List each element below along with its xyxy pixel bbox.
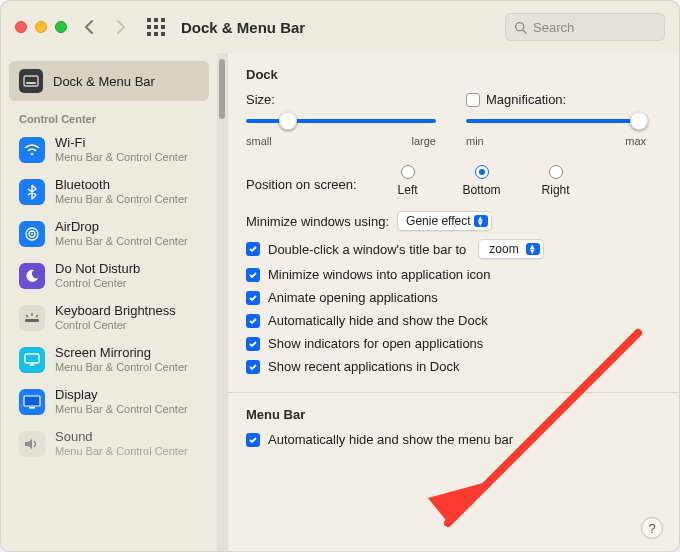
preferences-window: Dock & Menu Bar Search Dock & Menu Bar C… <box>0 0 680 552</box>
show-indicators-checkbox[interactable] <box>246 337 260 351</box>
svg-rect-11 <box>25 319 39 322</box>
keyboard-brightness-icon <box>19 305 45 331</box>
chevron-updown-icon: ▴▾ <box>528 244 538 255</box>
screen-mirroring-icon <box>19 347 45 373</box>
dock-size-slider[interactable] <box>246 111 436 131</box>
search-icon <box>514 21 527 34</box>
svg-point-7 <box>31 233 33 235</box>
sidebar-scrollbar[interactable] <box>217 53 227 551</box>
size-label: Size: <box>246 92 275 107</box>
position-right[interactable]: Right <box>533 165 579 197</box>
back-button[interactable] <box>79 17 99 37</box>
zoom-button[interactable] <box>55 21 67 33</box>
dock-icon <box>19 69 43 93</box>
display-icon <box>19 389 45 415</box>
svg-point-4 <box>31 153 34 156</box>
autohide-dock-checkbox[interactable] <box>246 314 260 328</box>
sidebar-item-display[interactable]: DisplayMenu Bar & Control Center <box>9 381 209 423</box>
position-left[interactable]: Left <box>385 165 431 197</box>
position-label: Position on screen: <box>246 177 357 192</box>
sidebar-item-wifi[interactable]: Wi-FiMenu Bar & Control Center <box>9 129 209 171</box>
show-all-icon[interactable] <box>147 18 165 36</box>
sidebar-item-dock-menu-bar[interactable]: Dock & Menu Bar <box>9 61 209 101</box>
svg-line-9 <box>26 315 28 317</box>
magnification-checkbox[interactable] <box>466 93 480 107</box>
animate-opening-checkbox[interactable] <box>246 291 260 305</box>
svg-rect-14 <box>29 407 35 409</box>
moon-icon <box>19 263 45 289</box>
search-placeholder: Search <box>533 20 574 35</box>
minimize-effect-select[interactable]: Genie effect ▴▾ <box>397 211 492 231</box>
content-pane: Dock Size: smalllarge Magnification <box>227 53 679 551</box>
search-field[interactable]: Search <box>505 13 665 41</box>
sidebar-section-header: Control Center <box>9 101 209 129</box>
magnification-slider[interactable] <box>466 111 646 131</box>
sidebar[interactable]: Dock & Menu Bar Control Center Wi-FiMenu… <box>1 53 217 551</box>
forward-button[interactable] <box>111 17 131 37</box>
toolbar: Dock & Menu Bar Search <box>1 1 679 53</box>
sound-icon <box>19 431 45 457</box>
menu-bar-section: Menu Bar Automatically hide and show the… <box>228 393 679 487</box>
chevron-updown-icon: ▴▾ <box>476 216 486 227</box>
menu-bar-title: Menu Bar <box>246 407 661 422</box>
bluetooth-icon <box>19 179 45 205</box>
airdrop-icon <box>19 221 45 247</box>
svg-rect-12 <box>25 354 39 363</box>
sidebar-item-label: Dock & Menu Bar <box>53 74 155 89</box>
window-controls <box>15 21 67 33</box>
sidebar-item-sound[interactable]: SoundMenu Bar & Control Center <box>9 423 209 465</box>
wifi-icon <box>19 137 45 163</box>
svg-rect-3 <box>26 82 36 84</box>
svg-rect-13 <box>24 396 40 406</box>
close-button[interactable] <box>15 21 27 33</box>
magnification-label: Magnification: <box>486 92 566 107</box>
window-title: Dock & Menu Bar <box>181 19 305 36</box>
sidebar-item-dnd[interactable]: Do Not DisturbControl Center <box>9 255 209 297</box>
help-button[interactable]: ? <box>641 517 663 539</box>
svg-line-10 <box>36 315 38 317</box>
position-bottom[interactable]: Bottom <box>459 165 505 197</box>
double-click-checkbox[interactable] <box>246 242 260 256</box>
svg-marker-16 <box>428 483 483 523</box>
sidebar-item-screen-mirroring[interactable]: Screen MirroringMenu Bar & Control Cente… <box>9 339 209 381</box>
minimize-button[interactable] <box>35 21 47 33</box>
sidebar-item-airdrop[interactable]: AirDropMenu Bar & Control Center <box>9 213 209 255</box>
double-click-label: Double-click a window's title bar to <box>268 242 466 257</box>
minimize-into-icon-checkbox[interactable] <box>246 268 260 282</box>
sidebar-item-bluetooth[interactable]: BluetoothMenu Bar & Control Center <box>9 171 209 213</box>
svg-line-1 <box>523 29 526 32</box>
dock-title: Dock <box>246 67 661 82</box>
show-recent-checkbox[interactable] <box>246 360 260 374</box>
dock-section: Dock Size: smalllarge Magnification <box>228 53 679 393</box>
minimize-using-label: Minimize windows using: <box>246 214 389 229</box>
svg-rect-2 <box>24 76 38 86</box>
double-click-action-select[interactable]: zoom ▴▾ <box>478 239 543 259</box>
sidebar-item-keyboard-brightness[interactable]: Keyboard BrightnessControl Center <box>9 297 209 339</box>
autohide-menubar-checkbox[interactable] <box>246 433 260 447</box>
